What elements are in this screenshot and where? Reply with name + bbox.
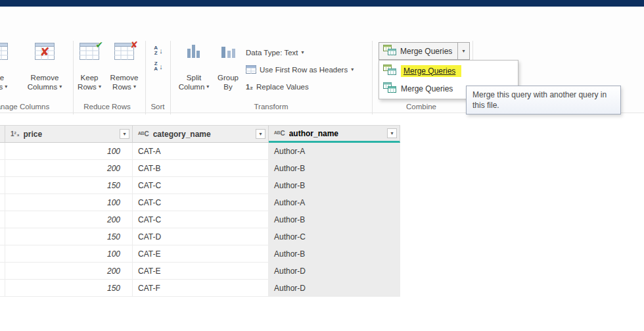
menu-item-label: Merge Queries xyxy=(401,84,453,93)
table-cell[interactable]: Author-B xyxy=(269,177,400,194)
table-cell[interactable]: CAT-C xyxy=(133,194,269,211)
filter-button[interactable]: ▾ xyxy=(256,129,265,139)
table-cell[interactable]: CAT-C xyxy=(133,177,269,194)
remove-columns-button[interactable]: ✘ Remove Columns▾ xyxy=(24,41,66,105)
tooltip: Merge this query with another query in t… xyxy=(466,86,621,115)
group-label-combine: Combine xyxy=(393,103,449,111)
row-gutter xyxy=(0,245,5,263)
table-cell[interactable]: CAT-A xyxy=(133,143,269,160)
button-label: Rows▾ xyxy=(78,82,101,91)
menu-item-merge-queries[interactable]: Merge Queries xyxy=(380,62,517,80)
remove-rows-button[interactable]: ✘ Remove Rows▾ xyxy=(106,41,142,105)
chevron-down-icon: ▾ xyxy=(462,49,465,54)
replace-values-button[interactable]: 1₂ Replace Values xyxy=(246,80,309,93)
merge-queries-dropdown-arrow[interactable]: ▾ xyxy=(457,43,469,59)
check-icon: ✔ xyxy=(95,39,103,50)
chevron-down-icon: ▾ xyxy=(133,84,136,89)
button-label: ose xyxy=(0,73,4,82)
table-cell[interactable]: Author-B xyxy=(269,245,400,263)
keep-rows-icon: ✔ xyxy=(80,43,99,63)
keep-rows-button[interactable]: ✔ Keep Rows▾ xyxy=(74,41,104,105)
number-type-icon: 1²₃ xyxy=(11,130,20,138)
row-gutter xyxy=(0,280,5,297)
row-gutter xyxy=(0,194,5,211)
table-cell[interactable]: Author-D xyxy=(269,280,400,297)
table-row: 200CAT-EAuthor-D xyxy=(0,263,401,280)
filter-button[interactable]: ▾ xyxy=(387,128,397,138)
merge-queries-icon xyxy=(383,45,396,57)
split-column-button[interactable]: Split Column▾ xyxy=(179,41,209,105)
table-cell[interactable]: CAT-F xyxy=(133,280,269,297)
table-row: 150CAT-DAuthor-C xyxy=(0,228,401,245)
sort-az-icon: AZ xyxy=(154,45,158,56)
column-header-price[interactable]: 1²₃ price ▾ xyxy=(5,125,133,143)
arrow-down-icon: ↓ xyxy=(159,47,163,55)
row-gutter xyxy=(0,160,5,177)
table-row: 100CAT-EAuthor-B xyxy=(0,245,401,263)
table-cell[interactable]: Author-B xyxy=(269,160,400,177)
button-label: mns▾ xyxy=(0,82,7,91)
table-cell[interactable]: 200 xyxy=(5,211,133,228)
table-cell[interactable]: CAT-B xyxy=(133,160,269,177)
table-cell[interactable]: 100 xyxy=(5,245,133,263)
button-label: Remove xyxy=(110,73,139,82)
choose-columns-button[interactable]: ose mns▾ xyxy=(0,41,20,105)
sort-za-icon: ZA xyxy=(154,61,158,72)
row-gutter xyxy=(0,143,5,160)
button-label: Columns▾ xyxy=(28,82,62,91)
cross-icon: ✘ xyxy=(39,45,49,59)
data-preview-table: 1²₃ price ▾ ᴬᴮC category_name ▾ ᴬᴮC auth… xyxy=(0,125,401,297)
row-gutter xyxy=(0,211,5,228)
column-name: author_name xyxy=(289,129,338,138)
remove-columns-icon: ✘ xyxy=(35,43,55,63)
button-label: Group xyxy=(218,73,239,82)
text-type-icon: ᴬᴮC xyxy=(274,130,285,137)
column-header-author-name[interactable]: ᴬᴮC author_name ▾ xyxy=(269,125,400,143)
table-cell[interactable]: 150 xyxy=(5,228,133,245)
table-cell[interactable]: CAT-E xyxy=(133,245,269,263)
table-cell[interactable]: 200 xyxy=(5,263,133,280)
table-cell[interactable]: Author-A xyxy=(269,143,400,160)
tooltip-text: Merge this query with another query in t… xyxy=(472,90,607,110)
table-cell[interactable]: 150 xyxy=(5,177,133,194)
sort-ascending-button[interactable]: AZ ↓ xyxy=(150,43,167,58)
table-header-icon xyxy=(246,65,256,75)
table-cell[interactable]: Author-A xyxy=(269,194,400,211)
merge-queries-icon xyxy=(383,64,396,77)
merge-queries-button[interactable]: Merge Queries ▾ xyxy=(379,42,470,60)
header-gutter xyxy=(0,125,5,143)
table-body: 100CAT-AAuthor-A200CAT-BAuthor-B150CAT-C… xyxy=(0,143,401,297)
column-name: category_name xyxy=(153,130,211,139)
table-cell[interactable]: CAT-D xyxy=(133,228,269,245)
filter-arrow-icon: ▾ xyxy=(390,130,393,136)
table-cell[interactable]: Author-C xyxy=(269,228,400,245)
table-row: 150CAT-CAuthor-B xyxy=(0,177,401,194)
cross-icon: ✘ xyxy=(130,39,138,50)
chevron-down-icon: ▾ xyxy=(99,84,101,89)
table-icon xyxy=(0,43,8,63)
use-first-row-as-headers-button[interactable]: Use First Row as Headers ▾ xyxy=(246,63,354,76)
table-row: 150CAT-FAuthor-D xyxy=(0,280,401,297)
table-cell[interactable]: 100 xyxy=(5,194,133,211)
table-cell[interactable]: 100 xyxy=(5,143,133,160)
table-cell[interactable]: 150 xyxy=(5,280,133,297)
arrow-down-icon: ↓ xyxy=(159,63,163,70)
sort-descending-button[interactable]: ZA ↓ xyxy=(150,59,167,74)
group-by-icon xyxy=(219,43,237,63)
row-gutter xyxy=(0,263,5,280)
table-cell[interactable]: CAT-C xyxy=(133,211,269,228)
filter-button[interactable]: ▾ xyxy=(120,129,129,139)
column-name: price xyxy=(24,130,43,139)
table-cell[interactable]: 200 xyxy=(5,160,133,177)
titlebar xyxy=(0,0,644,7)
table-cell[interactable]: Author-D xyxy=(269,263,400,280)
merge-as-new-icon xyxy=(383,82,396,95)
group-separator xyxy=(372,41,373,115)
group-label-reduce-rows: Reduce Rows xyxy=(78,103,137,111)
table-cell[interactable]: Author-B xyxy=(269,211,400,228)
table-cell[interactable]: CAT-E xyxy=(133,263,269,280)
group-by-button[interactable]: Group By xyxy=(214,41,242,105)
data-type-button[interactable]: Data Type: Text ▾ xyxy=(246,46,304,59)
column-header-category-name[interactable]: ᴬᴮC category_name ▾ xyxy=(133,125,269,143)
menu-item-label: Merge Queries xyxy=(401,65,461,77)
